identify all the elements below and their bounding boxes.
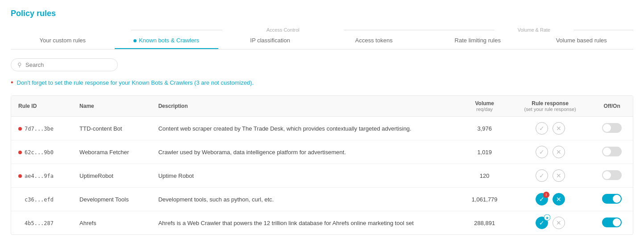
cell-description: Crawler used by Weborama, data intellige… [151, 140, 460, 164]
page-container: Policy rules Access Control Volume & Rat… [0, 0, 644, 238]
cell-name: Ahrefs [72, 211, 151, 235]
rules-table: Rule ID Name Description Volume req/day … [11, 96, 633, 234]
tab-volume-based[interactable]: Volume based rules [530, 33, 634, 49]
search-icon: ⚲ [17, 62, 22, 68]
tab-ip-classification[interactable]: IP classification [218, 33, 322, 49]
th-rule-response: Rule response (set your rule response) [509, 96, 591, 117]
cell-rule-id: 4b5...287 [11, 211, 72, 235]
svg-text:★: ★ [545, 216, 549, 220]
rule-status-dot [18, 174, 22, 178]
table-header-row: Rule ID Name Description Volume req/day … [11, 96, 633, 117]
on-off-toggle[interactable] [602, 147, 622, 156]
cell-description: Content web scraper created by The Trade… [151, 117, 460, 140]
cell-rule-response: ★✓✕ [509, 211, 591, 235]
nav-container: Access Control Volume & Rate Your custom… [11, 27, 633, 49]
tab-known-bots[interactable]: Known bots & Crawlers [115, 33, 219, 49]
cell-rule-response: ✓✕ [509, 188, 591, 211]
cell-rule-response: ✓✕ [509, 140, 591, 164]
cell-toggle [591, 211, 633, 235]
block-response-button[interactable]: ✕ [553, 217, 565, 229]
cell-rule-response: ✓✕ [509, 164, 591, 188]
cell-description: Ahrefs is a Web Crawler that powers the … [151, 211, 460, 235]
tabs-row: Your custom rules Known bots & Crawlers … [11, 33, 633, 49]
cell-rule-id: 62c...9b0 [11, 140, 72, 164]
table-row: c36...efdDevelopment ToolsDevelopment to… [11, 188, 633, 211]
notice-banner: • Don't forget to set the rule response … [11, 78, 633, 86]
th-rule-id: Rule ID [11, 96, 72, 117]
th-volume-sub: req/day [467, 107, 502, 112]
th-name: Name [72, 96, 151, 117]
on-off-toggle[interactable] [602, 170, 622, 180]
cell-toggle [591, 164, 633, 188]
block-response-button[interactable]: ✕ [553, 146, 565, 158]
th-volume: Volume req/day [460, 96, 509, 117]
search-input[interactable] [25, 62, 111, 68]
allow-response-button[interactable]: ✓ [536, 193, 548, 205]
cell-rule-id: c36...efd [11, 188, 72, 211]
rule-status-dot [18, 151, 22, 154]
block-response-button[interactable]: ✕ [553, 169, 565, 182]
cell-toggle [591, 117, 633, 140]
rule-status-dot [18, 127, 22, 131]
active-tab-dot [133, 39, 137, 42]
page-title: Policy rules [11, 9, 633, 18]
block-response-button[interactable]: ✕ [553, 122, 565, 135]
rules-table-wrapper: Rule ID Name Description Volume req/day … [11, 95, 633, 235]
cell-name: Development Tools [72, 188, 151, 211]
search-bar: ⚲ [11, 58, 118, 71]
allow-response-button[interactable]: ✓ [536, 169, 548, 182]
cell-name: Weborama Fetcher [72, 140, 151, 164]
rule-status-dot [18, 222, 22, 225]
allow-response-button[interactable]: ✓ [536, 146, 548, 158]
tab-custom-rules[interactable]: Your custom rules [11, 33, 115, 49]
notice-dot: • [11, 78, 13, 86]
on-off-toggle[interactable] [602, 194, 622, 204]
rule-id-text: c36...efd [25, 197, 54, 203]
cell-toggle [591, 188, 633, 211]
cell-name: TTD-content Bot [72, 117, 151, 140]
cell-volume: 3,976 [460, 117, 509, 140]
notice-link[interactable]: Don't forget to set the rule response fo… [17, 79, 254, 86]
th-rule-response-sub: (set your rule response) [516, 107, 584, 112]
cell-rule-id: 7d7...3be [11, 117, 72, 140]
cell-toggle [591, 140, 633, 164]
rule-id-text: 62c...9b0 [25, 149, 54, 156]
cell-description: Uptime Robot [151, 164, 460, 188]
th-description: Description [151, 96, 460, 117]
table-body: 7d7...3beTTD-content BotContent web scra… [11, 117, 633, 235]
rule-id-text: 7d7...3be [25, 126, 54, 132]
cell-name: UptimeRobot [72, 164, 151, 188]
cell-rule-response: ✓✕ [509, 117, 591, 140]
cell-volume: 1,019 [460, 140, 509, 164]
section-labels: Access Control Volume & Rate [11, 27, 633, 33]
on-off-toggle[interactable] [602, 217, 622, 227]
cell-volume: 1,061,779 [460, 188, 509, 211]
table-row: 7d7...3beTTD-content BotContent web scra… [11, 117, 633, 140]
table-row: 4b5...287AhrefsAhrefs is a Web Crawler t… [11, 211, 633, 235]
on-off-toggle[interactable] [602, 123, 622, 133]
access-control-label: Access Control [131, 27, 435, 33]
cell-volume: 120 [460, 164, 509, 188]
table-row: 62c...9b0Weborama FetcherCrawler used by… [11, 140, 633, 164]
allow-response-button[interactable]: ★✓ [536, 217, 548, 229]
tab-access-tokens[interactable]: Access tokens [322, 33, 426, 49]
cell-volume: 288,891 [460, 211, 509, 235]
cell-description: Development tools, such as python, curl,… [151, 188, 460, 211]
allow-response-button[interactable]: ✓ [536, 122, 548, 135]
block-response-button[interactable]: ✕ [553, 193, 565, 205]
rule-id-text: ae4...9fa [25, 173, 54, 179]
th-off-on: Off/On [591, 96, 633, 117]
volume-rate-label: Volume & Rate [435, 27, 633, 33]
rule-id-text: 4b5...287 [25, 220, 54, 226]
rule-status-dot [18, 198, 22, 201]
table-row: ae4...9faUptimeRobotUptime Robot120✓✕ [11, 164, 633, 188]
tab-rate-limiting[interactable]: Rate limiting rules [426, 33, 530, 49]
cell-rule-id: ae4...9fa [11, 164, 72, 188]
